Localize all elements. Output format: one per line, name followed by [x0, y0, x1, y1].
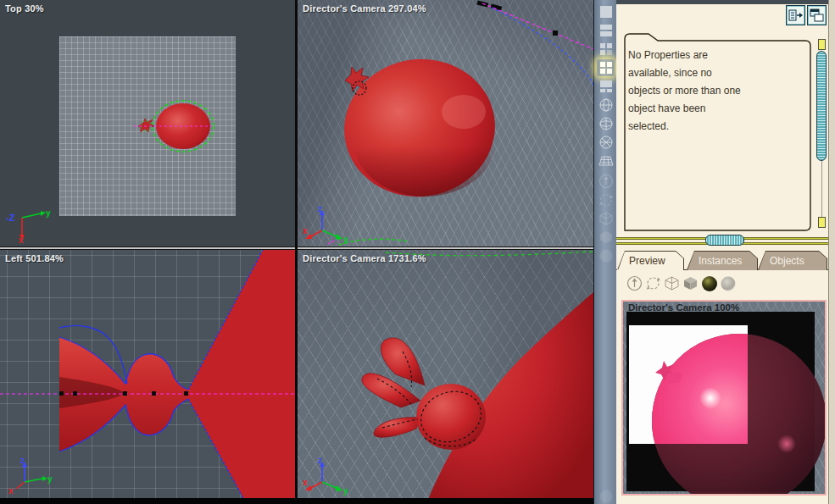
viewport-directors-camera[interactable]: Director's Camera 297.04% z x y [298, 0, 593, 246]
balloon-highlight [442, 95, 486, 129]
layout-single-icon[interactable] [597, 3, 615, 20]
viewport-label: Top 30% [5, 3, 44, 14]
layout-two-rows-icon[interactable] [597, 22, 615, 39]
preview-wireframe-cube-icon[interactable] [663, 274, 681, 292]
svg-text:y: y [343, 235, 348, 244]
layout-four-grid-icon[interactable] [597, 59, 615, 76]
keyframe-marker [123, 391, 127, 396]
viewport-top[interactable]: Top 30% -Z y x [0, 0, 295, 246]
viewport-label: Director's Camera 1731.6% [303, 253, 426, 263]
no-properties-message: No Properties are available, since no ob… [628, 47, 747, 136]
translate-icon-dimmed[interactable] [597, 173, 615, 190]
viewport-label: Director's Camera 297.04% [303, 3, 426, 14]
keyframe-marker [184, 391, 188, 396]
keyframe-marker [59, 391, 64, 396]
balloon-body-profile [188, 250, 295, 498]
svg-text:x: x [19, 235, 24, 244]
svg-text:y: y [343, 486, 348, 496]
scrollbar-track[interactable] [821, 161, 822, 217]
axis-gizmo: -Z y x [5, 205, 53, 244]
tab-instances[interactable]: Instances [687, 251, 758, 270]
wireframe-cube-icon-dimmed[interactable] [597, 210, 615, 227]
scrollbar-thumb[interactable] [816, 51, 827, 161]
view-toolstrip [593, 0, 616, 504]
layout-large-left-icon[interactable] [597, 78, 615, 95]
preview-soft-sphere-icon[interactable] [719, 274, 737, 292]
preview-solid-cube-icon[interactable] [682, 274, 699, 292]
solid-cube-icon-dimmed[interactable] [597, 229, 615, 246]
axis-gizmo: z x y [303, 455, 350, 496]
balloon-knot-top [138, 119, 154, 132]
svg-text:y: y [46, 208, 51, 218]
viewport-bottom-strip [0, 498, 593, 504]
preview-render-box: Director's Camera 100% [621, 300, 827, 496]
preview-canvas: Director's Camera 100% [623, 302, 825, 494]
globe-wire-icon-2[interactable] [597, 115, 615, 132]
tab-objects-label: Objects [770, 255, 804, 267]
svg-text:x: x [8, 486, 14, 496]
svg-text:-Z: -Z [6, 213, 15, 223]
tab-preview[interactable]: Preview [617, 251, 684, 270]
scroll-down-cap[interactable] [818, 217, 826, 228]
tab-objects[interactable]: Objects [758, 251, 827, 270]
globe-wire-icon-3[interactable] [597, 134, 615, 151]
rotate-icon-dimmed[interactable] [597, 191, 615, 208]
render-balloon [623, 302, 825, 494]
keyframe-marker [553, 30, 558, 36]
sphere-icon-dimmed-bottom[interactable] [597, 488, 615, 504]
sphere-icon-dimmed[interactable] [597, 247, 615, 264]
svg-text:x: x [303, 478, 308, 487]
keyframe-marker [152, 391, 156, 396]
viewport-label: Left 501.84% [5, 253, 64, 263]
camera-path-blue [492, 8, 593, 85]
preview-rotate-icon[interactable] [644, 274, 662, 292]
active-tab-connector [617, 269, 683, 271]
splitter-handle[interactable] [705, 235, 744, 246]
motion-path-magenta [482, 3, 593, 49]
svg-text:x: x [303, 226, 308, 235]
application-window: Top 30% -Z y x [0, 0, 835, 504]
preview-translate-icon[interactable] [626, 274, 643, 292]
viewport-directors-camera-zoom[interactable]: Director's Camera 1731.6% z x y [298, 250, 593, 498]
ground-grid-icon[interactable] [597, 152, 615, 169]
viewport-left[interactable]: Left 501.84% z y x [0, 250, 295, 498]
globe-wire-icon-1[interactable] [597, 97, 615, 114]
preview-textured-sphere-icon[interactable] [700, 274, 718, 292]
keyframe-marker [73, 391, 77, 396]
svg-text:y: y [47, 474, 53, 484]
axis-gizmo: z x y [303, 203, 350, 244]
axis-gizmo: z y x [5, 455, 53, 496]
scroll-up-cap[interactable] [818, 39, 826, 50]
tab-instances-label: Instances [699, 255, 742, 267]
properties-panel: No Properties are available, since no ob… [616, 0, 835, 504]
panel-right-edge [828, 0, 835, 504]
layout-three-panel-icon[interactable] [597, 41, 615, 58]
tab-preview-label: Preview [629, 255, 665, 267]
